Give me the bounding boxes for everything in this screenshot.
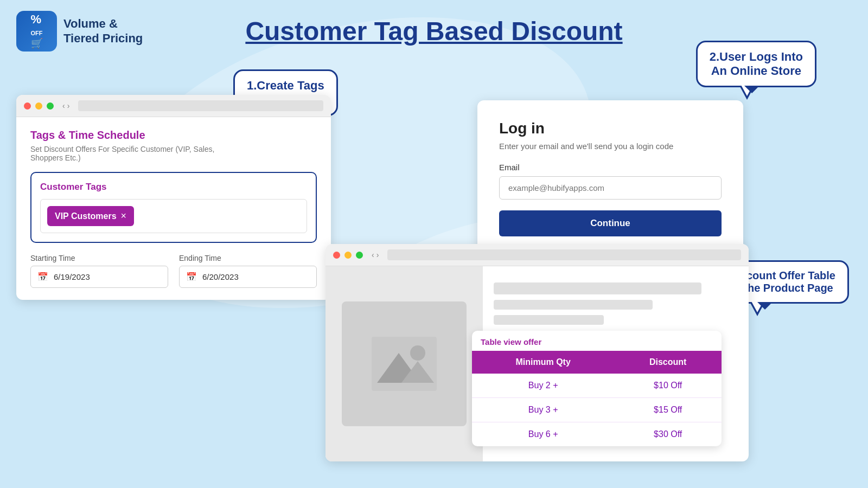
logo-text-line2: Tiered Pricing — [63, 31, 143, 46]
continue-button[interactable]: Continue — [499, 210, 722, 236]
col-header-discount: Discount — [614, 351, 722, 374]
traffic-dot-yellow[interactable] — [35, 102, 42, 110]
customer-tags-box: Customer Tags VIP Customers × — [30, 172, 317, 243]
traffic-dot-red-2[interactable] — [333, 252, 340, 259]
product-line-3 — [494, 315, 604, 325]
titlebar-1: ‹› — [16, 95, 331, 117]
table-cell-discount: $10 Off — [614, 374, 722, 398]
table-cell-discount: $15 Off — [614, 398, 722, 422]
table-row: Buy 3 + $15 Off — [472, 398, 722, 422]
section-title: Tags & Time Schedule — [30, 129, 317, 142]
logo-icon: %OFF 🛒 — [16, 11, 57, 52]
discount-table-body: Buy 2 + $10 Off Buy 3 + $15 Off Buy 6 + … — [472, 374, 722, 446]
traffic-dot-green[interactable] — [47, 102, 54, 110]
svg-point-1 — [410, 345, 425, 361]
logo-icon-cart: 🛒 — [31, 37, 43, 49]
table-cell-discount: $30 Off — [614, 422, 722, 447]
product-image — [342, 301, 467, 426]
traffic-dot-red[interactable] — [24, 102, 31, 110]
table-offer-title: Table view offer — [472, 331, 722, 351]
bubble-2-text: 2.User Logs Into An Online Store — [710, 50, 803, 78]
window-tags: ‹› Tags & Time Schedule Set Discount Off… — [16, 95, 331, 300]
section-desc: Set Discount Offers For Specific Custome… — [30, 145, 317, 162]
tag-chip-remove[interactable]: × — [121, 210, 127, 222]
discount-table-container: Table view offer Minimum Qty Discount Bu… — [472, 331, 722, 446]
ending-time-field: Ending Time 📅 6/20/2023 — [179, 254, 317, 288]
ending-time-input[interactable]: 📅 6/20/2023 — [179, 266, 317, 288]
main-title: Customer Tag Based Discount — [245, 16, 622, 46]
offer-table: Minimum Qty Discount Buy 2 + $10 Off Buy… — [472, 351, 722, 446]
customer-tags-title: Customer Tags — [40, 182, 307, 192]
product-line-1 — [494, 282, 701, 294]
time-row: Starting Time 📅 6/19/2023 Ending Time 📅 … — [30, 254, 317, 288]
titlebar-arrows-2[interactable]: ‹› — [372, 251, 379, 259]
logo-text-line1: Volume & — [63, 17, 143, 31]
titlebar-2: ‹› — [326, 244, 749, 266]
traffic-dot-green-2[interactable] — [356, 252, 363, 259]
login-panel: Log in Enter your email and we'll send y… — [477, 100, 743, 256]
ending-time-value: 6/20/2023 — [202, 272, 239, 281]
login-title: Log in — [499, 120, 722, 137]
titlebar-address-bar — [78, 100, 323, 111]
traffic-dot-yellow-2[interactable] — [344, 252, 352, 259]
logo-text: Volume & Tiered Pricing — [63, 17, 143, 46]
vip-tag-chip[interactable]: VIP Customers × — [47, 206, 134, 226]
speech-bubble-2: 2.User Logs Into An Online Store — [696, 41, 816, 87]
table-cell-qty: Buy 2 + — [472, 374, 614, 398]
tag-chip-label: VIP Customers — [55, 211, 117, 221]
starting-time-input[interactable]: 📅 6/19/2023 — [30, 266, 168, 288]
starting-time-field: Starting Time 📅 6/19/2023 — [30, 254, 168, 288]
logo-icon-percent: %OFF — [31, 14, 43, 37]
ending-time-label: Ending Time — [179, 254, 317, 262]
titlebar-arrows[interactable]: ‹› — [62, 101, 69, 110]
calendar-icon-start: 📅 — [37, 272, 48, 282]
product-line-2 — [494, 300, 653, 310]
calendar-icon-end: 📅 — [186, 272, 197, 282]
email-label: Email — [499, 163, 722, 172]
product-image-area — [326, 266, 483, 461]
table-row: Buy 6 + $30 Off — [472, 422, 722, 447]
product-image-svg — [372, 337, 437, 391]
table-cell-qty: Buy 6 + — [472, 422, 614, 447]
starting-time-label: Starting Time — [30, 254, 168, 262]
titlebar-address-bar-2 — [387, 249, 741, 260]
login-subtitle: Enter your email and we'll send you a lo… — [499, 142, 722, 151]
table-row: Buy 2 + $10 Off — [472, 374, 722, 398]
starting-time-value: 6/19/2023 — [54, 272, 90, 281]
table-cell-qty: Buy 3 + — [472, 398, 614, 422]
table-header-row: Minimum Qty Discount — [472, 351, 722, 374]
col-header-qty: Minimum Qty — [472, 351, 614, 374]
email-input[interactable] — [499, 176, 722, 200]
window-1-content: Tags & Time Schedule Set Discount Offers… — [16, 117, 331, 300]
logo-area: %OFF 🛒 Volume & Tiered Pricing — [16, 11, 143, 52]
tag-area[interactable]: VIP Customers × — [40, 199, 307, 233]
